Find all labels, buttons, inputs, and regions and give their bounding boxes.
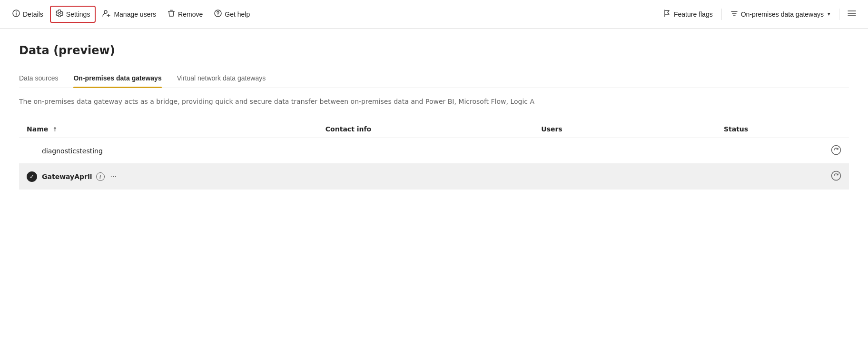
table-header: Name ↑ Contact info Users Status (19, 120, 849, 138)
page-title: Data (preview) (19, 44, 849, 57)
toolbar-separator (721, 9, 722, 20)
row1-name-cell: diagnosticstesting (19, 138, 318, 164)
column-header-contact[interactable]: Contact info (318, 120, 533, 138)
on-premises-dropdown-button[interactable]: On-premises data gateways ▾ (726, 7, 835, 21)
row2-status-cell (716, 164, 849, 190)
more-options-button[interactable] (843, 7, 860, 21)
help-icon (214, 10, 222, 19)
toolbar-left: Details Settings Manage users (8, 6, 657, 23)
main-content: Data (preview) Data sources On-premises … (0, 29, 868, 205)
column-header-status[interactable]: Status (716, 120, 849, 138)
tab-data-sources[interactable]: Data sources (19, 70, 58, 88)
table-row[interactable]: diagnosticstesting (19, 138, 849, 164)
row1-users-cell (533, 138, 716, 164)
chevron-down-icon: ▾ (828, 11, 830, 17)
get-help-button[interactable]: Get help (209, 7, 255, 22)
row1-status-cell (716, 138, 849, 164)
svg-point-3 (104, 10, 107, 13)
row2-contact-cell (318, 164, 533, 190)
feature-flags-button[interactable]: Feature flags (659, 7, 718, 21)
get-help-label: Get help (225, 10, 250, 18)
sort-arrow-icon: ↑ (52, 126, 57, 133)
svg-point-7 (832, 146, 841, 155)
row2-info-icon[interactable]: i (96, 172, 105, 181)
toolbar-right: Feature flags On-premises data gateways … (659, 7, 860, 21)
tabs-container: Data sources On-premises data gateways V… (19, 70, 849, 88)
svg-point-8 (832, 171, 841, 180)
table-row[interactable]: ✓ GatewayApril i ··· (19, 164, 849, 190)
status-refresh-icon (831, 145, 841, 155)
toolbar: Details Settings Manage users (0, 0, 868, 29)
column-header-users[interactable]: Users (533, 120, 716, 138)
column-header-name[interactable]: Name ↑ (19, 120, 318, 138)
remove-icon (168, 10, 175, 19)
row2-name-cell: ✓ GatewayApril i ··· (19, 164, 318, 190)
details-button[interactable]: Details (8, 7, 48, 22)
remove-button[interactable]: Remove (163, 7, 207, 22)
table-body: diagnosticstesting (19, 138, 849, 190)
description-text: The on-premises data gateway acts as a b… (19, 98, 849, 105)
row2-more-button[interactable]: ··· (108, 171, 118, 182)
selected-check-icon: ✓ (27, 171, 37, 182)
settings-icon (56, 10, 63, 19)
feature-flags-label: Feature flags (674, 10, 713, 18)
row2-name: GatewayApril (42, 173, 92, 180)
svg-point-2 (16, 11, 17, 12)
toolbar-separator-2 (839, 9, 839, 20)
svg-point-6 (218, 14, 219, 15)
tab-virtual-network[interactable]: Virtual network data gateways (177, 70, 266, 88)
row1-contact-cell (318, 138, 533, 164)
row2-users-cell (533, 164, 716, 190)
manage-users-label: Manage users (114, 10, 156, 18)
status-refresh-icon-2 (831, 170, 841, 181)
hamburger-icon (847, 10, 857, 19)
info-icon (12, 10, 20, 19)
tab-on-premises[interactable]: On-premises data gateways (73, 70, 161, 88)
details-label: Details (23, 10, 43, 18)
remove-label: Remove (178, 10, 203, 18)
gateways-table: Name ↑ Contact info Users Status (19, 120, 849, 190)
feature-flags-icon (663, 10, 671, 19)
filter-icon (730, 10, 738, 19)
on-premises-dropdown-label: On-premises data gateways (741, 10, 824, 18)
settings-button[interactable]: Settings (50, 6, 96, 23)
row1-name: diagnosticstesting (42, 147, 103, 155)
settings-label: Settings (66, 10, 90, 18)
manage-users-button[interactable]: Manage users (98, 7, 161, 22)
manage-users-icon (102, 10, 111, 19)
